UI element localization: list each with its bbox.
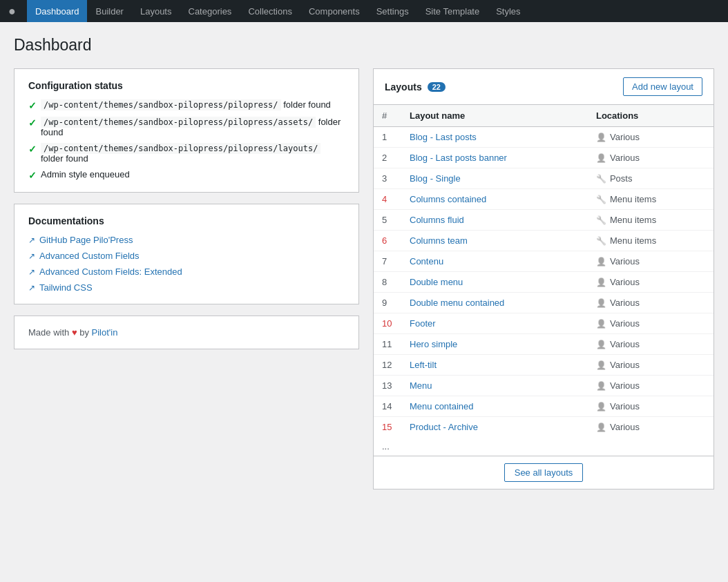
layout-row-location: 🔧Menu items bbox=[588, 189, 713, 210]
table-row: 4Columns contained🔧Menu items bbox=[374, 189, 713, 210]
layout-row-location: 🔧Posts bbox=[588, 168, 713, 189]
layout-row-name[interactable]: Columns contained bbox=[401, 189, 588, 210]
layout-row-name[interactable]: Hero simple bbox=[401, 334, 588, 355]
table-row: 1Blog - Last posts👤Various bbox=[374, 127, 713, 148]
layout-row-name[interactable]: Footer bbox=[401, 313, 588, 334]
layout-row-num: 12 bbox=[374, 355, 401, 376]
wrench-icon: 🔧 bbox=[596, 236, 606, 246]
config-item-1: ✓ /wp-content/themes/sandbox-pilopress/p… bbox=[28, 99, 345, 111]
table-row: 10Footer👤Various bbox=[374, 313, 713, 334]
doc-label-tailwind: Tailwind CSS bbox=[39, 282, 93, 293]
table-row: 11Hero simple👤Various bbox=[374, 334, 713, 355]
doc-label-acf: Advanced Custom Fields bbox=[39, 251, 140, 261]
layout-row-name[interactable]: Columns fluid bbox=[401, 210, 588, 231]
made-with-card: Made with ♥ by Pilot'in bbox=[14, 316, 359, 349]
table-header-row: # Layout name Locations bbox=[374, 105, 713, 127]
col-header-locations: Locations bbox=[588, 105, 713, 127]
layout-row-location: 👤Various bbox=[588, 148, 713, 168]
layouts-title-group: Layouts 22 bbox=[385, 81, 446, 93]
nav-tab-components[interactable]: Components bbox=[300, 0, 368, 22]
person-icon: 👤 bbox=[596, 381, 606, 391]
doc-link-tailwind[interactable]: ↗ Tailwind CSS bbox=[28, 282, 345, 293]
layout-row-location: 👤Various bbox=[588, 313, 713, 334]
layouts-panel: Layouts 22 Add new layout # Layout name … bbox=[373, 68, 714, 489]
add-layout-button[interactable]: Add new layout bbox=[623, 77, 702, 96]
nav-tab-styles[interactable]: Styles bbox=[488, 0, 528, 22]
person-icon: 👤 bbox=[596, 278, 606, 287]
layout-row-num: 1 bbox=[374, 127, 401, 148]
table-row: 13Menu👤Various bbox=[374, 376, 713, 396]
layouts-header: Layouts 22 Add new layout bbox=[374, 69, 713, 105]
layout-row-num: 14 bbox=[374, 396, 401, 417]
layout-row-location: 👤Various bbox=[588, 376, 713, 396]
layout-row-name[interactable]: Columns team bbox=[401, 231, 588, 251]
layout-row-num: 4 bbox=[374, 189, 401, 210]
nav-tab-settings[interactable]: Settings bbox=[368, 0, 417, 22]
wrench-icon: 🔧 bbox=[596, 195, 606, 204]
made-with-text: Made with ♥ by Pilot'in bbox=[28, 327, 117, 338]
config-status-card: Configuration status ✓ /wp-content/theme… bbox=[14, 68, 359, 193]
col-header-name: Layout name bbox=[401, 105, 588, 127]
config-card-title: Configuration status bbox=[28, 80, 345, 91]
layout-row-num: 3 bbox=[374, 168, 401, 189]
nav-tab-site-template[interactable]: Site Template bbox=[417, 0, 488, 22]
page-title: Dashboard bbox=[14, 36, 714, 55]
layout-row-location: 🔧Menu items bbox=[588, 210, 713, 231]
doc-link-acf-extended[interactable]: ↗ Advanced Custom Fields: Extended bbox=[28, 266, 345, 277]
nav-tab-builder[interactable]: Builder bbox=[87, 0, 131, 22]
nav-tab-dashboard[interactable]: Dashboard bbox=[27, 0, 88, 22]
check-icon-2: ✓ bbox=[28, 117, 37, 128]
nav-tab-layouts[interactable]: Layouts bbox=[132, 0, 180, 22]
layout-row-name[interactable]: Blog - Last posts bbox=[401, 127, 588, 148]
person-icon: 👤 bbox=[596, 298, 606, 308]
layout-row-name[interactable]: Blog - Single bbox=[401, 168, 588, 189]
layout-row-num: 13 bbox=[374, 376, 401, 396]
see-all-layouts-button[interactable]: See all layouts bbox=[504, 463, 584, 482]
check-icon-1: ✓ bbox=[28, 100, 37, 111]
layout-row-name[interactable]: Menu bbox=[401, 376, 588, 396]
content-grid: Configuration status ✓ /wp-content/theme… bbox=[14, 68, 714, 489]
nav-tab-collections[interactable]: Collections bbox=[240, 0, 300, 22]
nav-tabs: Dashboard Builder Layouts Categories Col… bbox=[27, 0, 529, 22]
config-text-1: folder found bbox=[283, 99, 331, 110]
nav-tab-categories[interactable]: Categories bbox=[180, 0, 240, 22]
location-text: Various bbox=[610, 132, 640, 142]
location-text: Various bbox=[610, 360, 640, 370]
layouts-count-badge: 22 bbox=[428, 82, 446, 92]
person-icon: 👤 bbox=[596, 340, 606, 349]
table-row: 9Double menu contained👤Various bbox=[374, 293, 713, 313]
doc-link-acf[interactable]: ↗ Advanced Custom Fields bbox=[28, 251, 345, 261]
config-text-3: folder found bbox=[41, 153, 88, 164]
location-text: Various bbox=[610, 422, 640, 432]
wrench-icon: 🔧 bbox=[596, 174, 606, 184]
layout-row-location: 👤Various bbox=[588, 251, 713, 272]
layout-row-location: 👤Various bbox=[588, 417, 713, 438]
pilot-in-link[interactable]: Pilot'in bbox=[92, 327, 118, 338]
wrench-icon: 🔧 bbox=[596, 215, 606, 225]
layout-row-location: 👤Various bbox=[588, 272, 713, 293]
layout-row-name[interactable]: Blog - Last posts banner bbox=[401, 148, 588, 168]
location-text: Various bbox=[610, 298, 640, 308]
layout-row-name[interactable]: Left-tilt bbox=[401, 355, 588, 376]
docs-card: Documentations ↗ GitHub Page Pilo'Press … bbox=[14, 204, 359, 304]
external-link-icon-4: ↗ bbox=[28, 283, 35, 293]
layouts-footer: See all layouts bbox=[374, 456, 713, 489]
layout-row-location: 🔧Menu items bbox=[588, 231, 713, 251]
doc-link-github[interactable]: ↗ GitHub Page Pilo'Press bbox=[28, 235, 345, 245]
layout-row-name[interactable]: Contenu bbox=[401, 251, 588, 272]
layout-row-name[interactable]: Menu contained bbox=[401, 396, 588, 417]
left-column: Configuration status ✓ /wp-content/theme… bbox=[14, 68, 359, 349]
layout-row-name[interactable]: Double menu bbox=[401, 272, 588, 293]
external-link-icon-2: ↗ bbox=[28, 251, 35, 261]
layout-row-name[interactable]: Double menu contained bbox=[401, 293, 588, 313]
layout-row-name[interactable]: Product - Archive bbox=[401, 417, 588, 438]
location-text: Various bbox=[610, 153, 640, 163]
location-text: Menu items bbox=[610, 235, 656, 246]
col-header-num: # bbox=[374, 105, 401, 127]
layout-row-num: 9 bbox=[374, 293, 401, 313]
layout-row-location: 👤Various bbox=[588, 396, 713, 417]
right-column: Layouts 22 Add new layout # Layout name … bbox=[373, 68, 714, 489]
external-link-icon-1: ↗ bbox=[28, 235, 35, 245]
table-row: 5Columns fluid🔧Menu items bbox=[374, 210, 713, 231]
layout-row-num: 8 bbox=[374, 272, 401, 293]
